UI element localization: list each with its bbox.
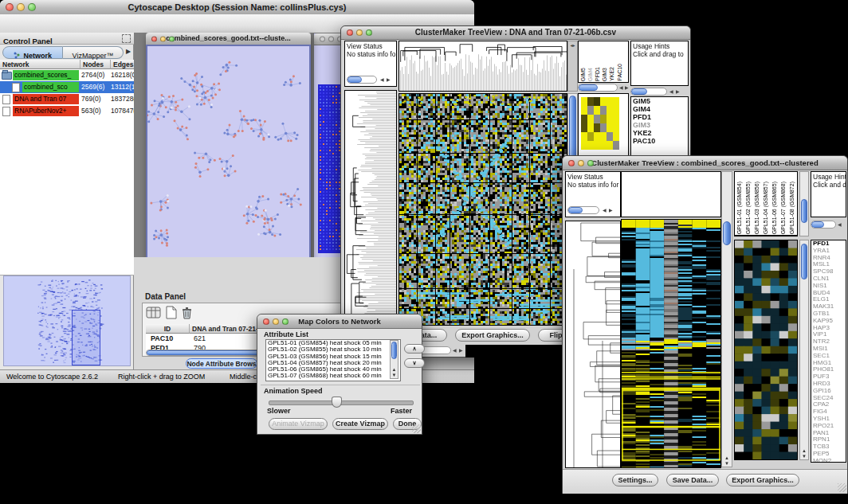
- scroll-right-icon[interactable]: ▶: [609, 206, 613, 214]
- network-row[interactable]: combined_scores_ 2764(0) 16218(0): [0, 69, 134, 81]
- resize-grip[interactable]: [412, 424, 421, 433]
- tv2-usage-scrollbar[interactable]: [811, 221, 836, 229]
- tv1-scroll-strip[interactable]: ◂▸: [567, 41, 578, 92]
- gene-label[interactable]: GIM3: [631, 121, 688, 129]
- window-controls-inactive[interactable]: [320, 37, 343, 42]
- overview-viewport-rect[interactable]: [72, 310, 100, 365]
- treeview2-title-bar[interactable]: ClusterMaker TreeView : combined_scores_…: [563, 156, 847, 170]
- zoom-window-icon[interactable]: [587, 160, 594, 166]
- scroll-left-icon[interactable]: ◀: [838, 221, 842, 229]
- zoom-window-icon[interactable]: [28, 3, 36, 11]
- minimize-icon[interactable]: [160, 36, 166, 41]
- scroll-left-icon[interactable]: ◀: [619, 84, 623, 92]
- attribute-list[interactable]: GPL51-01 (GSM854) heat shock 05 minGPL51…: [265, 339, 401, 381]
- tv1-status-scrollbar[interactable]: [347, 76, 377, 84]
- scroll-left-icon[interactable]: ◀: [380, 76, 384, 84]
- scroll-left-icon[interactable]: ◀: [669, 88, 673, 96]
- minimize-icon[interactable]: [273, 318, 279, 325]
- node-attribute-browser-tab[interactable]: Node Attribute Brows: [186, 358, 257, 369]
- minimize-icon[interactable]: [17, 3, 25, 11]
- network-overview-panel[interactable]: [3, 275, 131, 366]
- network-view-window-1[interactable]: combined_scores_good.txt--cluste...: [146, 33, 311, 291]
- network-canvas-1[interactable]: [147, 46, 309, 289]
- scroll-right-icon[interactable]: ▶: [459, 346, 463, 354]
- close-icon[interactable]: [151, 36, 157, 41]
- dialog-title-bar[interactable]: Map Colors to Network: [257, 315, 422, 329]
- tv2-row-dendrogram[interactable]: [565, 221, 621, 468]
- close-icon[interactable]: [347, 29, 353, 36]
- move-down-button[interactable]: ∨: [404, 358, 425, 368]
- tv2-column-dendrogram[interactable]: [621, 171, 721, 217]
- attribute-item[interactable]: GPL51-07 (GSM868) heat shock 60 min: [266, 373, 400, 379]
- gene-label[interactable]: MON2: [811, 458, 846, 463]
- scroll-right-icon[interactable]: ▶: [676, 88, 680, 96]
- new-attribute-icon[interactable]: [165, 306, 178, 322]
- tv1-matrix-hscrollbar[interactable]: [578, 84, 618, 92]
- attribute-select-icon[interactable]: [146, 306, 162, 322]
- close-icon[interactable]: [568, 160, 575, 166]
- tab-network[interactable]: Network: [2, 46, 63, 59]
- gene-label[interactable]: PAC10: [631, 137, 688, 145]
- tv2-heatmap[interactable]: [621, 219, 721, 468]
- tv2-zoom-heatmap[interactable]: [734, 240, 798, 460]
- network-row[interactable]: RNAPuberNov2+ 563(0) 107847(0): [0, 105, 134, 117]
- tv2-button-bar: Settings...Save Data...Export Graphics..…: [563, 474, 847, 488]
- window-controls[interactable]: [263, 318, 289, 325]
- tv1-column-dendrogram[interactable]: [398, 41, 567, 92]
- window-controls[interactable]: [6, 3, 36, 11]
- column-label: GPL51-08 (GSM872): [789, 182, 795, 234]
- window-controls[interactable]: [568, 160, 594, 166]
- close-icon[interactable]: [6, 3, 14, 11]
- dialog-button[interactable]: Create Vizmap: [332, 418, 388, 430]
- close-icon[interactable]: [320, 37, 325, 42]
- treeview-button[interactable]: Settings...: [612, 474, 658, 486]
- close-icon[interactable]: [263, 318, 269, 325]
- column-label: YKE2: [609, 67, 615, 81]
- zoom-window-icon[interactable]: [366, 29, 372, 36]
- move-up-button[interactable]: ∧: [404, 344, 425, 354]
- gene-label[interactable]: PFD1: [631, 113, 688, 121]
- zoom-window-icon[interactable]: [282, 318, 289, 325]
- tv1-usage-scrollbar[interactable]: [630, 88, 667, 96]
- file-icon: [2, 107, 10, 116]
- scroll-right-icon[interactable]: ▶: [625, 84, 629, 92]
- treeview1-title-bar[interactable]: ClusterMaker TreeView : DNA and Tran 07-…: [341, 26, 690, 40]
- tab-overflow-button[interactable]: ▶: [126, 48, 131, 55]
- gene-label[interactable]: GIM5: [631, 97, 688, 105]
- gene-label[interactable]: YKE2: [631, 129, 688, 137]
- scroll-arrows[interactable]: ▲▼: [722, 455, 732, 467]
- tv1-heatmap[interactable]: [398, 93, 567, 326]
- main-title-bar[interactable]: Cytoscape Desktop (Session Name: collins…: [0, 0, 474, 15]
- tv2-labels-scrollbar[interactable]: [799, 171, 809, 236]
- scroll-arrows[interactable]: ▲▼: [800, 448, 808, 459]
- window-controls[interactable]: [151, 36, 175, 41]
- minimize-icon[interactable]: [578, 160, 584, 166]
- resize-grip[interactable]: [838, 483, 846, 492]
- dialog-button[interactable]: Animate Vizmap: [269, 418, 328, 430]
- network-row[interactable]: DNA and Tran 07 769(0) 183728(0): [0, 93, 134, 105]
- network-row[interactable]: combined_sco 2569(6) 13112(15): [0, 81, 134, 93]
- attribute-list-scrollbar[interactable]: ▲▼: [390, 340, 398, 379]
- tv2-status-scrollbar[interactable]: [567, 206, 599, 214]
- window-controls[interactable]: [347, 29, 372, 36]
- scroll-left-icon[interactable]: ◀: [603, 206, 607, 214]
- minimize-icon[interactable]: [328, 37, 334, 42]
- gene-label[interactable]: GIM4: [631, 105, 688, 113]
- treeview-button[interactable]: Export Graphics...: [726, 474, 799, 486]
- tv1-row-dendrogram[interactable]: [344, 90, 397, 326]
- tv2-gene-list[interactable]: PFD1YRA1RNR4MSL1SPC98CLN1NIS1BUD4ELG1MAK…: [811, 240, 846, 463]
- delete-attribute-icon[interactable]: [181, 306, 193, 322]
- treeview-button[interactable]: Export Graphics...: [455, 329, 530, 342]
- zoom-window-icon[interactable]: [169, 36, 175, 41]
- slider-thumb[interactable]: [332, 397, 342, 408]
- desktop: Cytoscape Desktop (Session Name: collins…: [0, 0, 848, 504]
- scroll-left-icon[interactable]: ◀: [453, 346, 457, 354]
- overview-canvas[interactable]: [4, 276, 130, 365]
- treeview-button[interactable]: Save Data...: [666, 474, 719, 486]
- float-panel-icon[interactable]: [122, 34, 131, 43]
- scroll-right-icon[interactable]: ▶: [387, 76, 391, 84]
- minimize-icon[interactable]: [356, 29, 363, 36]
- tv2-genelist-scrollbar[interactable]: ▲▼: [799, 240, 809, 460]
- tab-vizmapper[interactable]: VizMapper™: [63, 46, 124, 59]
- tv2-heatmap-vscrollbar[interactable]: ▲▼: [721, 171, 732, 467]
